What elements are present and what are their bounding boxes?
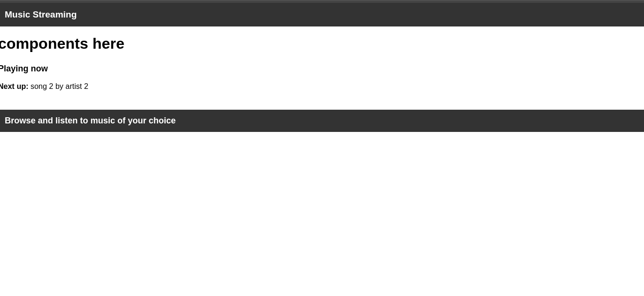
main-content: components here Playing now Next up: son… [0,26,644,110]
navbar: Music Streaming [0,3,644,26]
next-up-value: song 2 by artist 2 [28,82,88,90]
next-up-label: Next up: [0,82,28,90]
footer-text: Browse and listen to music of your choic… [5,116,176,125]
brand-title: Music Streaming [5,9,77,19]
playing-now-heading: Playing now [0,64,644,74]
next-up-line: Next up: song 2 by artist 2 [0,82,644,91]
page-heading: components here [0,35,644,52]
footer: Browse and listen to music of your choic… [0,110,644,132]
